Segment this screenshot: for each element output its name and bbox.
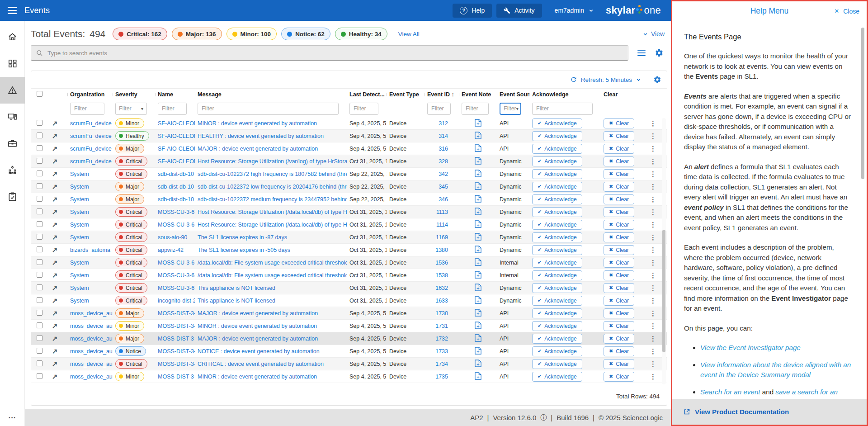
organization-link[interactable]: moss_device_au bbox=[67, 374, 113, 380]
event-id-link[interactable]: 1169 bbox=[425, 234, 459, 241]
badge-major[interactable]: Major: 136 bbox=[172, 28, 222, 40]
event-id-link[interactable]: 1730 bbox=[425, 310, 459, 317]
device-name-link[interactable]: SF-AIO-CLEON bbox=[155, 158, 195, 165]
close-help-button[interactable]: ✕ Close bbox=[834, 8, 867, 15]
open-event-icon[interactable]: ↗ bbox=[52, 297, 58, 304]
event-id-link[interactable]: 1114 bbox=[425, 222, 459, 228]
event-message-link[interactable]: Host Resource: Storage Utilization (/var… bbox=[195, 158, 347, 165]
device-name-link[interactable]: sdb-dist-db-10 bbox=[155, 196, 195, 203]
event-message-link[interactable]: MINOR : device event generated by automa… bbox=[195, 323, 347, 329]
event-id-link[interactable]: 1632 bbox=[425, 285, 459, 291]
clear-button[interactable]: ✖Clear bbox=[604, 258, 634, 268]
row-actions-kebab-icon[interactable]: ⋮ bbox=[650, 335, 656, 342]
add-note-button[interactable] bbox=[475, 309, 481, 317]
device-name-link[interactable]: MOSS-CU-3-6 bbox=[155, 209, 195, 215]
column-header-event_source[interactable]: Event Source bbox=[497, 91, 529, 98]
sidebar-item-business-services[interactable] bbox=[0, 130, 25, 157]
clear-button[interactable]: ✖Clear bbox=[604, 270, 634, 280]
open-event-icon[interactable]: ↗ bbox=[52, 157, 58, 165]
event-message-link[interactable]: sdb-dist-cu-1022372 high frequency is 18… bbox=[195, 171, 347, 177]
row-checkbox[interactable] bbox=[34, 221, 49, 228]
add-note-button[interactable] bbox=[475, 246, 481, 253]
acknowledge-button[interactable]: ✔Acknowledge bbox=[532, 283, 582, 293]
open-event-icon[interactable]: ↗ bbox=[52, 271, 58, 279]
event-message-link[interactable]: Host Resource: Storage Utilization (/dat… bbox=[195, 222, 347, 228]
device-name-link[interactable]: MOSS-DIST-3-4 bbox=[155, 336, 195, 342]
organization-link[interactable]: System bbox=[67, 234, 113, 241]
row-actions-kebab-icon[interactable]: ⋮ bbox=[650, 322, 656, 330]
acknowledge-button[interactable]: ✔Acknowledge bbox=[532, 232, 582, 242]
organization-link[interactable]: System bbox=[67, 298, 113, 304]
row-actions-kebab-icon[interactable]: ⋮ bbox=[650, 145, 656, 152]
event-message-link[interactable]: The SL1 license expires in -505 days bbox=[195, 247, 347, 253]
column-header-acknowledge[interactable]: Acknowledge bbox=[529, 91, 601, 98]
clear-button[interactable]: ✖Clear bbox=[604, 220, 634, 230]
row-actions-kebab-icon[interactable]: ⋮ bbox=[650, 347, 656, 355]
row-checkbox[interactable] bbox=[34, 322, 49, 330]
row-checkbox[interactable] bbox=[34, 170, 49, 178]
open-event-icon[interactable]: ↗ bbox=[52, 322, 58, 330]
organization-link[interactable]: scrumFu_device bbox=[67, 133, 113, 139]
event-message-link[interactable]: MINOR : device event generated by automa… bbox=[195, 120, 347, 127]
event-id-link[interactable]: 1380 bbox=[425, 247, 459, 253]
device-name-link[interactable]: MOSS-CU-3-6 bbox=[155, 285, 195, 291]
organization-link[interactable]: scrumFu_device bbox=[67, 120, 113, 127]
acknowledge-button[interactable]: ✔Acknowledge bbox=[532, 144, 582, 154]
row-actions-kebab-icon[interactable]: ⋮ bbox=[650, 284, 656, 292]
sidebar-more-icon[interactable]: ... bbox=[8, 412, 16, 421]
add-note-button[interactable] bbox=[475, 296, 481, 304]
badge-notice[interactable]: Notice: 62 bbox=[281, 28, 330, 40]
open-event-icon[interactable]: ↗ bbox=[52, 347, 58, 355]
help-link[interactable]: View information about the device aligne… bbox=[700, 361, 851, 379]
event-id-link[interactable]: 346 bbox=[425, 196, 459, 203]
open-event-icon[interactable]: ↗ bbox=[52, 208, 58, 216]
activity-button[interactable]: Activity bbox=[496, 4, 542, 18]
clear-button[interactable]: ✖Clear bbox=[604, 346, 634, 356]
open-event-icon[interactable]: ↗ bbox=[52, 284, 58, 292]
organization-link[interactable]: System bbox=[67, 222, 113, 228]
sidebar-item-devices[interactable] bbox=[0, 104, 25, 130]
badge-minor[interactable]: Minor: 100 bbox=[226, 28, 277, 40]
view-product-documentation-link[interactable]: View Product Documentation bbox=[672, 399, 867, 425]
organization-link[interactable]: moss_device_au bbox=[67, 310, 113, 317]
event-message-link[interactable]: NOTICE : device event generated by autom… bbox=[195, 348, 347, 355]
event-id-link[interactable]: 1734 bbox=[425, 361, 459, 367]
event-message-link[interactable]: MAJOR : device event generated by automa… bbox=[195, 146, 347, 152]
event-message-link[interactable]: This appliance is NOT licensed bbox=[195, 285, 347, 291]
add-note-button[interactable] bbox=[475, 372, 481, 380]
row-checkbox[interactable] bbox=[34, 208, 49, 216]
message-filter-input[interactable] bbox=[198, 103, 339, 115]
event-message-link[interactable]: Host Resource: Storage Utilization (/dat… bbox=[195, 209, 347, 215]
hamburger-menu-icon[interactable] bbox=[0, 7, 24, 14]
device-name-link[interactable]: MOSS-DIST-3-4 bbox=[155, 361, 195, 367]
event_source-filter-select[interactable]: Filter▾ bbox=[500, 103, 521, 115]
organization-link[interactable]: System bbox=[67, 272, 113, 279]
add-note-button[interactable] bbox=[475, 233, 481, 241]
column-header-clear[interactable]: Clear bbox=[601, 91, 647, 98]
clear-button[interactable]: ✖Clear bbox=[604, 321, 634, 331]
sidebar-item-home[interactable] bbox=[0, 24, 25, 50]
add-note-button[interactable] bbox=[475, 182, 481, 190]
name-filter-input[interactable] bbox=[158, 103, 187, 115]
help-link[interactable]: Search for an event bbox=[700, 388, 760, 396]
acknowledge-filter-input[interactable] bbox=[532, 103, 593, 115]
clear-button[interactable]: ✖Clear bbox=[604, 131, 634, 141]
open-event-icon[interactable]: ↗ bbox=[52, 309, 58, 317]
add-note-button[interactable] bbox=[475, 220, 481, 228]
row-actions-kebab-icon[interactable]: ⋮ bbox=[650, 309, 656, 317]
clear-button[interactable]: ✖Clear bbox=[604, 334, 634, 344]
help-panel-scrollbar[interactable] bbox=[861, 28, 864, 179]
organization-link[interactable]: System bbox=[67, 184, 113, 190]
row-checkbox[interactable] bbox=[34, 145, 49, 152]
row-checkbox[interactable] bbox=[34, 183, 49, 190]
row-actions-kebab-icon[interactable]: ⋮ bbox=[650, 259, 656, 266]
open-event-icon[interactable]: ↗ bbox=[52, 335, 58, 342]
device-name-link[interactable]: SF-AIO-CLEON bbox=[155, 133, 195, 139]
row-actions-kebab-icon[interactable]: ⋮ bbox=[650, 271, 656, 279]
event-id-link[interactable]: 1732 bbox=[425, 336, 459, 342]
table-settings-gear-icon[interactable] bbox=[653, 76, 661, 84]
acknowledge-button[interactable]: ✔Acknowledge bbox=[532, 118, 582, 128]
add-note-button[interactable] bbox=[475, 157, 481, 165]
severity-filter-select[interactable]: Filter▾ bbox=[115, 103, 147, 115]
organization-link[interactable]: System bbox=[67, 260, 113, 266]
